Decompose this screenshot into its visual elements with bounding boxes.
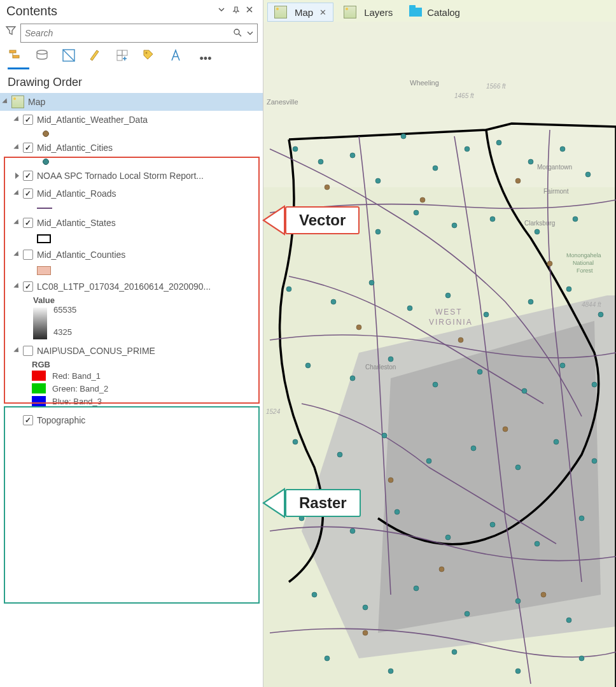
layer-states[interactable]: Mid_Atlantic_States <box>0 214 263 232</box>
visibility-checkbox[interactable] <box>23 281 33 292</box>
list-by-snapping-icon[interactable] <box>115 48 136 69</box>
layer-counties[interactable]: Mid_Atlantic_Counties <box>0 246 263 264</box>
layer-roads[interactable]: Mid_Atlantic_Roads <box>0 185 263 202</box>
svg-point-84 <box>325 656 330 661</box>
svg-point-53 <box>566 287 571 292</box>
search-dropdown-icon[interactable] <box>247 30 253 36</box>
visibility-checkbox[interactable] <box>23 143 33 153</box>
svg-point-8 <box>146 52 148 54</box>
expand-icon[interactable] <box>13 346 22 355</box>
visibility-checkbox[interactable] <box>23 171 33 181</box>
tab-layers[interactable]: Layers <box>337 3 399 21</box>
visibility-checkbox[interactable] <box>23 346 33 356</box>
svg-text:1465 ft: 1465 ft <box>454 92 475 99</box>
map-canvas[interactable]: Wheeling Zanesville 1566 ft 1465 ft WEST… <box>263 22 616 687</box>
polygon-symbol <box>37 266 51 275</box>
expand-icon[interactable] <box>13 171 22 180</box>
svg-point-79 <box>363 605 368 610</box>
search-box[interactable] <box>20 24 258 43</box>
svg-point-85 <box>388 669 393 674</box>
map-label: Map <box>28 97 45 107</box>
list-by-selection-icon[interactable] <box>61 48 83 69</box>
svg-point-58 <box>433 382 438 387</box>
line-symbol <box>37 208 52 209</box>
close-icon[interactable]: ✕ <box>319 8 326 17</box>
svg-rect-7 <box>117 55 122 60</box>
visibility-checkbox[interactable] <box>23 218 33 228</box>
svg-point-55 <box>305 363 311 368</box>
svg-text:Forest: Forest <box>577 267 593 274</box>
layer-landsat[interactable]: LC08_L1TP_017034_20160614_2020090... <box>0 278 263 295</box>
svg-point-97 <box>439 567 444 572</box>
svg-point-42 <box>452 223 457 228</box>
toolbar: ••• <box>0 45 263 69</box>
svg-point-57 <box>388 357 393 362</box>
svg-point-27 <box>293 146 298 152</box>
visibility-checkbox[interactable] <box>23 115 33 125</box>
expand-icon[interactable] <box>13 143 22 152</box>
layer-label: Mid_Atlantic_Counties <box>37 250 125 260</box>
stretch-gradient <box>33 308 47 339</box>
svg-point-60 <box>522 388 527 393</box>
close-icon[interactable] <box>246 6 256 17</box>
tab-map[interactable]: Map ✕ <box>267 3 333 22</box>
expand-icon[interactable] <box>13 282 22 291</box>
svg-rect-6 <box>122 50 127 55</box>
svg-point-64 <box>337 452 342 457</box>
svg-rect-10 <box>263 22 616 187</box>
expand-icon[interactable] <box>1 97 10 106</box>
svg-point-35 <box>528 159 533 164</box>
list-by-perspective-icon[interactable] <box>168 48 190 69</box>
layer-cities[interactable]: Mid_Atlantic_Cities <box>0 139 263 157</box>
filter-icon[interactable] <box>5 25 18 41</box>
map-item[interactable]: Map <box>0 93 263 111</box>
section-header: Drawing Order <box>0 69 263 93</box>
visibility-checkbox[interactable] <box>23 415 33 425</box>
list-by-source-icon[interactable] <box>34 48 56 69</box>
band-label: Green: Band_2 <box>52 384 108 393</box>
pin-icon[interactable] <box>232 6 242 17</box>
svg-point-37 <box>585 172 591 177</box>
svg-text:4844 ft: 4844 ft <box>582 301 602 308</box>
band-label: Red: Band_1 <box>52 371 101 381</box>
tab-catalog[interactable]: Catalog <box>403 4 466 20</box>
search-icon[interactable] <box>233 28 243 38</box>
visibility-checkbox[interactable] <box>23 188 33 199</box>
layer-naip[interactable]: NAIP\USDA_CONUS_PRIME <box>0 342 263 360</box>
layer-topographic[interactable]: Topographic <box>0 411 263 429</box>
expand-icon[interactable] <box>13 218 22 227</box>
svg-point-80 <box>414 586 419 591</box>
layer-weather[interactable]: Mid_Atlantic_Weather_Data <box>0 111 263 129</box>
svg-point-52 <box>528 299 533 304</box>
more-icon[interactable]: ••• <box>195 48 216 69</box>
svg-point-56 <box>350 376 355 381</box>
svg-point-38 <box>299 210 304 215</box>
list-by-drawing-order-icon[interactable] <box>8 48 29 69</box>
list-by-editing-icon[interactable] <box>88 48 109 69</box>
autohide-toggle-icon[interactable] <box>218 6 228 17</box>
point-symbol <box>43 159 49 165</box>
blue-swatch <box>32 396 46 406</box>
list-by-labeling-icon[interactable] <box>141 48 163 69</box>
svg-point-47 <box>331 299 336 304</box>
layer-tornado[interactable]: NOAA SPC Tornado Local Storm Report... <box>0 167 263 185</box>
expand-icon[interactable] <box>13 250 22 259</box>
map-icon <box>274 6 287 18</box>
map-view[interactable]: Map ✕ Layers Catalog <box>263 0 616 687</box>
search-input[interactable] <box>25 28 233 38</box>
expand-icon[interactable] <box>13 189 22 198</box>
svg-text:1524: 1524 <box>266 408 281 415</box>
svg-text:National: National <box>573 260 594 266</box>
layer-label: NOAA SPC Tornado Local Storm Report... <box>37 171 204 181</box>
layer-label: Mid_Atlantic_Weather_Data <box>37 115 148 125</box>
svg-point-44 <box>535 229 540 234</box>
svg-rect-1 <box>10 50 16 53</box>
tab-label: Map <box>295 7 313 18</box>
svg-point-66 <box>426 458 431 464</box>
pane-title: Contents <box>6 4 214 18</box>
expand-icon[interactable] <box>13 115 22 124</box>
visibility-checkbox[interactable] <box>23 250 33 260</box>
svg-text:Zanesville: Zanesville <box>267 98 298 106</box>
layer-label: Mid_Atlantic_States <box>37 218 116 228</box>
polygon-symbol <box>37 234 51 243</box>
